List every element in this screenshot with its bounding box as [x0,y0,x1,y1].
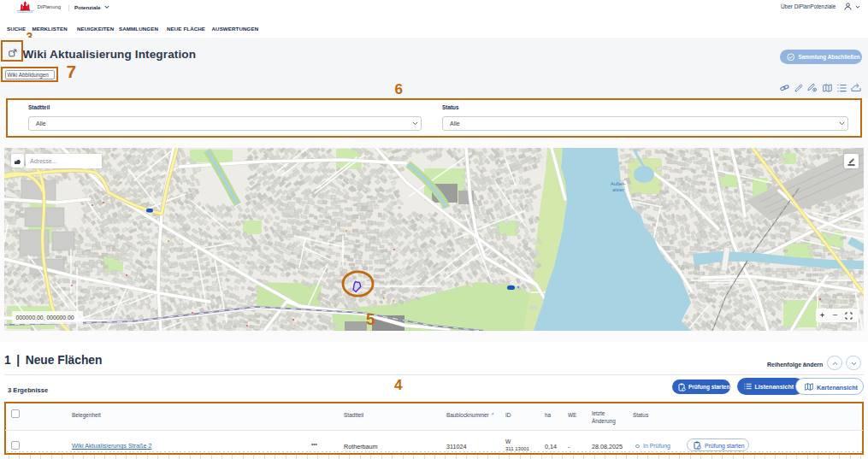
svg-text:alster: alster [612,187,624,192]
svg-text:Außen-: Außen- [611,181,626,186]
